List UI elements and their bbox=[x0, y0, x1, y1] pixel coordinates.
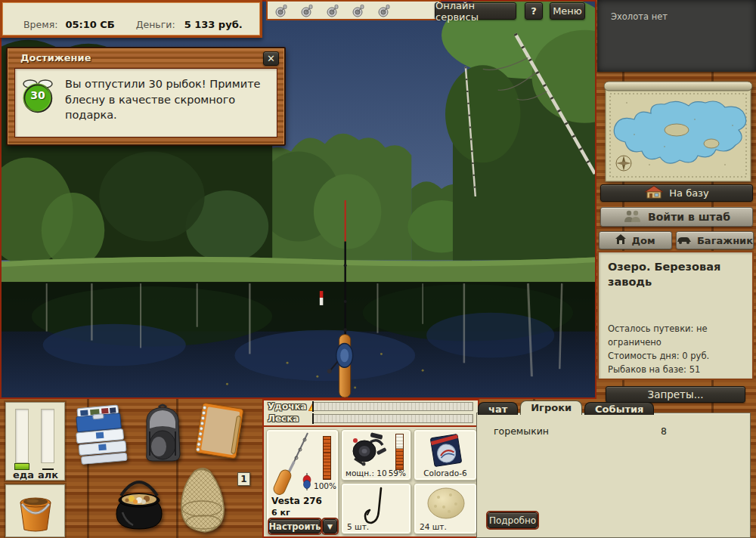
rod-slot-reel-icon[interactable] bbox=[274, 4, 288, 17]
dialog-title: Достижение bbox=[20, 52, 91, 63]
sonar-panel: Эхолота нет bbox=[597, 0, 756, 72]
float-icon bbox=[302, 472, 312, 490]
backpack-item[interactable] bbox=[139, 401, 186, 468]
rod-condition-value: 100% bbox=[314, 481, 336, 490]
bait-slot-cell[interactable]: 24 шт. bbox=[414, 483, 477, 534]
line-spool-icon bbox=[429, 433, 463, 468]
reel-slot-cell[interactable]: мощн.: 10 59% bbox=[341, 429, 411, 481]
alcohol-meter bbox=[41, 409, 54, 463]
food-meter bbox=[15, 409, 29, 463]
rod-tension-cursor bbox=[312, 401, 314, 412]
reel-icon bbox=[348, 431, 390, 466]
bobber-float bbox=[320, 291, 323, 305]
day-cost: Стоимость дня: 0 руб. bbox=[608, 350, 743, 363]
compass-rose-icon bbox=[616, 156, 631, 171]
sonar-status-text: Эхолота нет bbox=[611, 11, 668, 22]
online-services-button[interactable]: Онлайн сервисы bbox=[435, 2, 516, 20]
rod-slots-bar bbox=[266, 0, 441, 20]
keepnet-item[interactable] bbox=[172, 465, 234, 538]
rod-dropdown-button[interactable]: ▼ bbox=[323, 519, 337, 533]
home-button[interactable]: Дом bbox=[599, 231, 672, 249]
details-button[interactable]: Подробно bbox=[488, 512, 538, 528]
rod-name: Vesta 276 bbox=[271, 496, 322, 506]
location-info-panel: Озеро. Березовая заводь Осталось путевки… bbox=[597, 251, 754, 380]
location-title: Озеро. Березовая заводь bbox=[608, 260, 729, 289]
fishing-journal-item[interactable] bbox=[190, 400, 249, 466]
achievement-dialog: Достижение ✕ Вы отпустили 30 рыбок! Прим… bbox=[6, 47, 286, 146]
achievement-count: 30 bbox=[20, 89, 55, 101]
tab-events[interactable]: События bbox=[584, 402, 654, 415]
trunk-button[interactable]: Багажник bbox=[676, 231, 754, 249]
configure-button[interactable]: Настроить bbox=[269, 519, 321, 533]
rod-slot-reel-icon[interactable] bbox=[326, 4, 339, 17]
car-icon bbox=[677, 235, 692, 246]
needs-meters-panel: еда алк bbox=[5, 402, 65, 481]
people-icon bbox=[623, 210, 643, 224]
rod-bar-label: Удочка bbox=[268, 401, 307, 412]
reel-condition-value: 59% bbox=[389, 468, 406, 478]
chat-tabs: чат Игроки События bbox=[478, 400, 654, 415]
line-name: Colorado-6 bbox=[414, 468, 476, 478]
bucket-icon bbox=[14, 488, 57, 533]
player-fish-count: 8 bbox=[661, 425, 667, 437]
chevron-down-icon: ▼ bbox=[327, 523, 333, 530]
question-icon: ? bbox=[531, 5, 537, 17]
players-list-panel: горемыкин 8 Подробно bbox=[476, 413, 751, 538]
reel-condition-gauge bbox=[395, 434, 404, 470]
bait-count: 24 шт. bbox=[420, 522, 447, 531]
close-icon[interactable]: ✕ bbox=[263, 51, 279, 66]
cauldron-item[interactable] bbox=[109, 465, 169, 535]
permits-remaining: Осталось путевки: не ограничено bbox=[608, 323, 743, 350]
player-name[interactable]: горемыкин bbox=[494, 425, 549, 437]
base-house-icon bbox=[644, 185, 664, 201]
reel-power: мощн.: 10 bbox=[345, 468, 387, 478]
rod-tension-bar bbox=[313, 402, 473, 411]
rod-slot-reel-icon[interactable] bbox=[352, 4, 365, 17]
lake-map[interactable] bbox=[604, 80, 752, 184]
fishermen-count: Рыбаков на базе: 51 bbox=[608, 363, 743, 377]
alcohol-label: алк bbox=[38, 469, 58, 481]
time-label: Время: bbox=[23, 19, 57, 30]
tacklebox-item[interactable] bbox=[72, 404, 131, 468]
line-slot-cell[interactable]: Colorado-6 bbox=[414, 429, 477, 481]
groundbait-bucket-slot[interactable] bbox=[5, 484, 65, 537]
menu-button[interactable]: Меню bbox=[550, 2, 585, 20]
line-bar-label: Леска bbox=[268, 413, 299, 424]
rod-condition-gauge bbox=[323, 436, 331, 480]
line-tension-cursor bbox=[312, 413, 314, 424]
rod-slot-cell[interactable]: 100% Vesta 276 6 кг Настроить ▼ bbox=[266, 429, 339, 534]
tab-chat[interactable]: чат bbox=[478, 402, 518, 415]
tackle-condition-panel: Удочка Леска bbox=[262, 399, 479, 427]
to-base-button[interactable]: На базу bbox=[600, 184, 753, 202]
status-bar: Время: 05:10 СБ Деньги: 5 133 руб. bbox=[0, 0, 262, 38]
time-value: 05:10 СБ bbox=[65, 19, 114, 30]
equipped-gear-panel: 100% Vesta 276 6 кг Настроить ▼ bbox=[262, 427, 479, 538]
rod-slot-reel-icon[interactable] bbox=[377, 4, 391, 17]
help-button[interactable]: ? bbox=[525, 2, 543, 20]
rod-slot-reel-icon[interactable] bbox=[300, 4, 314, 17]
money-value: 5 133 руб. bbox=[184, 19, 243, 30]
game-window: Время: 05:10 СБ Деньги: 5 133 руб. Онлай… bbox=[0, 0, 756, 538]
food-label: еда bbox=[13, 469, 34, 481]
tab-players[interactable]: Игроки bbox=[520, 400, 582, 415]
line-tension-bar bbox=[313, 414, 473, 423]
keepnet-count-badge: 1 bbox=[237, 472, 250, 486]
home-icon bbox=[615, 234, 626, 246]
money-label: Деньги: bbox=[136, 19, 175, 30]
hook-count: 5 шт. bbox=[347, 522, 369, 531]
dough-bait-icon bbox=[426, 486, 466, 522]
hook-slot-cell[interactable]: 5 шт. bbox=[341, 483, 411, 534]
enter-hq-button[interactable]: Войти в штаб bbox=[600, 207, 753, 227]
achievement-badge-icon: 30 bbox=[20, 79, 55, 113]
rod-test-weight: 6 кг bbox=[271, 508, 290, 518]
